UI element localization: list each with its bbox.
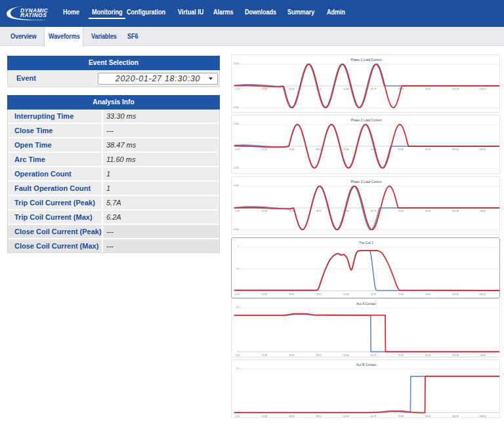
svg-text:-3.13: -3.13 — [234, 353, 240, 356]
svg-text:26.39: 26.39 — [289, 414, 294, 417]
svg-text:52.66: 52.66 — [343, 353, 348, 356]
svg-text:118.31: 118.31 — [480, 88, 486, 91]
svg-text:13.28: 13.28 — [262, 353, 267, 356]
svg-text:39.52: 39.52 — [316, 414, 322, 417]
svg-text:0: 0 — [238, 350, 239, 352]
svg-text:118.31: 118.31 — [480, 210, 486, 212]
svg-text:26.39: 26.39 — [289, 88, 294, 91]
svg-text:105.18: 105.18 — [452, 148, 459, 151]
svg-text:Aux A Contact: Aux A Contact — [356, 302, 377, 305]
svg-text:Phase 2 Load Current: Phase 2 Load Current — [351, 119, 383, 122]
svg-text:78.92: 78.92 — [398, 148, 404, 151]
svg-text:-2,100: -2,100 — [233, 106, 240, 108]
svg-text:52.66: 52.66 — [343, 292, 348, 295]
svg-text:118.31: 118.31 — [480, 353, 486, 356]
svg-text:78.92: 78.92 — [398, 292, 404, 295]
svg-text:1: 1 — [238, 245, 239, 248]
svg-text:-3.13: -3.13 — [234, 414, 240, 417]
svg-text:118.31: 118.31 — [480, 292, 486, 295]
svg-text:65.79: 65.79 — [371, 88, 376, 91]
svg-text:Aux B Contact: Aux B Contact — [356, 363, 377, 366]
svg-text:26.39: 26.39 — [289, 353, 294, 356]
svg-text:78.92: 78.92 — [398, 414, 404, 417]
svg-text:2,100: 2,100 — [234, 62, 239, 65]
svg-text:105.18: 105.18 — [452, 414, 459, 417]
svg-text:92.05: 92.05 — [425, 148, 430, 151]
svg-text:65.79: 65.79 — [371, 414, 376, 417]
svg-text:1.2: 1.2 — [236, 306, 239, 309]
svg-text:-3.13: -3.13 — [234, 210, 240, 212]
svg-text:13.28: 13.28 — [262, 148, 267, 151]
svg-text:-3.13: -3.13 — [234, 292, 240, 295]
svg-text:Phase 1 Load Current: Phase 1 Load Current — [351, 58, 383, 61]
svg-text:78.92: 78.92 — [398, 210, 404, 212]
svg-text:-3.13: -3.13 — [234, 148, 240, 151]
svg-text:0.5: 0.5 — [236, 267, 239, 270]
svg-text:39.52: 39.52 — [316, 148, 322, 151]
svg-text:26.39: 26.39 — [289, 210, 294, 212]
svg-text:26.39: 26.39 — [289, 148, 294, 151]
svg-text:52.66: 52.66 — [343, 414, 348, 417]
svg-text:65.79: 65.79 — [371, 292, 376, 295]
svg-text:52.66: 52.66 — [343, 88, 348, 91]
svg-text:2,100: 2,100 — [234, 123, 239, 125]
svg-text:105.18: 105.18 — [452, 353, 459, 356]
svg-text:Trip Coil 1: Trip Coil 1 — [359, 241, 373, 244]
svg-text:118.31: 118.31 — [480, 148, 486, 151]
svg-text:13.28: 13.28 — [262, 292, 267, 295]
svg-text:-3.13: -3.13 — [234, 88, 240, 91]
svg-text:13.28: 13.28 — [262, 88, 267, 91]
svg-text:65.79: 65.79 — [371, 353, 376, 356]
svg-text:39.52: 39.52 — [316, 210, 322, 212]
svg-text:92.05: 92.05 — [425, 414, 430, 417]
svg-text:92.05: 92.05 — [425, 88, 430, 91]
svg-text:13.28: 13.28 — [262, 210, 267, 212]
svg-text:118.31: 118.31 — [480, 414, 486, 417]
svg-text:Phase 3 Load Current: Phase 3 Load Current — [351, 180, 383, 183]
svg-text:105.18: 105.18 — [452, 292, 459, 295]
svg-text:78.92: 78.92 — [398, 353, 404, 356]
svg-text:92.05: 92.05 — [425, 210, 430, 212]
svg-text:105.18: 105.18 — [452, 88, 459, 91]
svg-text:52.66: 52.66 — [343, 148, 348, 151]
svg-text:1.2: 1.2 — [236, 367, 239, 370]
svg-text:39.52: 39.52 — [316, 292, 322, 295]
svg-text:13.28: 13.28 — [262, 414, 267, 417]
svg-text:65.79: 65.79 — [371, 210, 376, 212]
svg-text:39.52: 39.52 — [316, 353, 322, 356]
svg-text:-2,100: -2,100 — [233, 228, 240, 230]
svg-text:105.18: 105.18 — [452, 210, 459, 212]
svg-text:92.05: 92.05 — [425, 353, 430, 356]
svg-text:92.05: 92.05 — [425, 292, 430, 295]
svg-text:26.39: 26.39 — [289, 292, 294, 295]
svg-text:2,100: 2,100 — [234, 184, 239, 187]
svg-text:-2,100: -2,100 — [233, 167, 240, 169]
svg-text:RATINGS: RATINGS — [20, 12, 47, 18]
